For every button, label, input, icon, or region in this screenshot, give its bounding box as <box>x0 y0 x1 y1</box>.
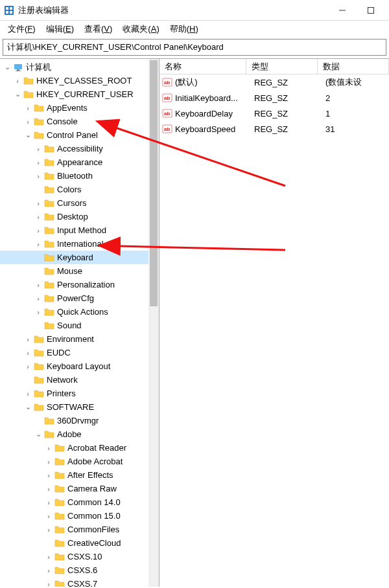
minimize-button[interactable] <box>328 0 357 20</box>
value-row[interactable]: KeyboardSpeedREG_SZ31 <box>159 121 389 137</box>
chevron-right-icon[interactable]: › <box>44 471 53 479</box>
tree-item[interactable]: ›AppEvents <box>0 101 159 115</box>
tree-item[interactable]: ›Environment <box>0 332 159 346</box>
chevron-right-icon[interactable]: › <box>34 213 43 221</box>
tree-item[interactable]: CreativeCloud <box>0 536 159 550</box>
chevron-down-icon[interactable]: ⌄ <box>13 90 22 98</box>
value-row[interactable]: KeyboardDelayREG_SZ1 <box>159 106 389 121</box>
menu-favorites[interactable]: 收藏夹(A) <box>117 22 164 36</box>
tree-item[interactable]: ›Adobe Acrobat <box>0 455 159 468</box>
values-pane[interactable]: 名称 类型 数据 (默认)REG_SZ(数值未设InitialKeyboard.… <box>159 59 389 587</box>
tree-item[interactable]: ›PowerCfg <box>0 291 159 305</box>
chevron-right-icon[interactable]: › <box>23 390 32 398</box>
column-data[interactable]: 数据 <box>318 59 389 74</box>
tree-item[interactable]: ›Acrobat Reader <box>0 441 159 455</box>
tree-pane[interactable]: ⌄计算机›HKEY_CLASSES_ROOT⌄HKEY_CURRENT_USER… <box>0 59 159 587</box>
column-type[interactable]: 类型 <box>246 59 318 74</box>
tree-item[interactable]: Sound <box>0 319 159 332</box>
chevron-right-icon[interactable]: › <box>34 295 43 302</box>
tree-item[interactable]: ›HKEY_CLASSES_ROOT <box>0 74 159 87</box>
tree-item[interactable]: 360Drvmgr <box>0 414 159 427</box>
tree-item[interactable]: ›CommonFiles <box>0 523 159 536</box>
tree-item[interactable]: ›Common 15.0 <box>0 509 159 523</box>
chevron-right-icon[interactable]: › <box>34 308 43 316</box>
tree-item[interactable]: ›Printers <box>0 387 159 400</box>
chevron-right-icon[interactable]: › <box>23 104 32 112</box>
menu-view[interactable]: 查看(V) <box>79 22 117 36</box>
chevron-right-icon[interactable]: › <box>34 145 43 153</box>
tree-item[interactable]: ›International <box>0 237 159 251</box>
chevron-right-icon[interactable]: › <box>44 512 53 520</box>
tree-item-label: Camera Raw <box>66 484 117 493</box>
tree-item[interactable]: Mouse <box>0 264 159 278</box>
tree-item[interactable]: ›CSXS.6 <box>0 563 159 577</box>
chevron-right-icon[interactable]: › <box>44 458 53 466</box>
column-name[interactable]: 名称 <box>159 59 246 74</box>
tree-item[interactable]: ›After Effects <box>0 468 159 482</box>
chevron-right-icon[interactable]: › <box>23 118 32 126</box>
tree-item[interactable]: ›Cursors <box>0 196 159 210</box>
tree-item[interactable]: ›Quick Actions <box>0 305 159 319</box>
tree-item-label: Desktop <box>56 212 88 221</box>
scrollbar-thumb[interactable] <box>150 60 158 306</box>
address-bar[interactable]: 计算机\HKEY_CURRENT_USER\Control Panel\Keyb… <box>3 39 386 56</box>
chevron-down-icon[interactable]: ⌄ <box>3 63 12 71</box>
value-row[interactable]: (默认)REG_SZ(数值未设 <box>159 74 389 90</box>
chevron-right-icon[interactable]: › <box>23 363 32 370</box>
chevron-right-icon[interactable]: › <box>44 499 53 506</box>
chevron-right-icon[interactable]: › <box>44 444 53 452</box>
tree-item[interactable]: ›CSXS.7 <box>0 577 159 587</box>
window-title: 注册表编辑器 <box>18 5 328 16</box>
tree-item[interactable]: Colors <box>0 183 159 196</box>
chevron-right-icon[interactable]: › <box>34 199 43 207</box>
tree-item-label: Sound <box>56 321 82 330</box>
columns-header[interactable]: 名称 类型 数据 <box>159 59 389 74</box>
chevron-right-icon[interactable]: › <box>34 281 43 289</box>
tree-item[interactable]: ›Input Method <box>0 223 159 237</box>
chevron-right-icon[interactable]: › <box>23 349 32 357</box>
menu-edit[interactable]: 编辑(E) <box>41 22 79 36</box>
chevron-down-icon[interactable]: ⌄ <box>34 430 43 438</box>
value-row[interactable]: InitialKeyboard...REG_SZ2 <box>159 90 389 106</box>
maximize-button[interactable] <box>357 0 385 20</box>
tree-item-label: AppEvents <box>45 103 88 113</box>
value-name: (默认) <box>175 76 249 88</box>
tree-item[interactable]: ›Console <box>0 115 159 128</box>
chevron-right-icon[interactable]: › <box>34 159 43 166</box>
tree-item[interactable]: ⌄Adobe <box>0 427 159 441</box>
chevron-right-icon[interactable]: › <box>44 580 53 587</box>
chevron-right-icon[interactable]: › <box>44 567 53 574</box>
tree-item[interactable]: ›Desktop <box>0 210 159 223</box>
tree-item[interactable]: ›Accessibility <box>0 142 159 155</box>
chevron-right-icon[interactable]: › <box>34 172 43 180</box>
tree-item[interactable]: ›Appearance <box>0 155 159 169</box>
tree-item[interactable]: ⌄Control Panel <box>0 128 159 142</box>
menu-file[interactable]: 文件(F) <box>3 22 41 36</box>
chevron-right-icon[interactable]: › <box>44 553 53 561</box>
tree-item[interactable]: ⌄计算机 <box>0 60 159 74</box>
tree-item[interactable]: ›CSXS.10 <box>0 550 159 563</box>
chevron-down-icon[interactable]: ⌄ <box>23 403 32 411</box>
string-value-icon <box>162 93 172 103</box>
tree-item[interactable]: ›Bluetooth <box>0 169 159 183</box>
chevron-right-icon[interactable]: › <box>13 77 22 85</box>
tree-item[interactable]: ›EUDC <box>0 346 159 359</box>
tree-item[interactable]: ⌄HKEY_CURRENT_USER <box>0 87 159 101</box>
chevron-right-icon[interactable]: › <box>34 240 43 248</box>
tree-item[interactable]: ›Common 14.0 <box>0 495 159 509</box>
folder-icon <box>44 239 54 249</box>
tree-item[interactable]: ⌄SOFTWARE <box>0 400 159 414</box>
tree-item[interactable]: ›Camera Raw <box>0 482 159 495</box>
chevron-down-icon[interactable]: ⌄ <box>23 131 32 139</box>
string-value-icon <box>162 108 172 119</box>
tree-item[interactable]: Keyboard <box>0 251 159 264</box>
tree-item[interactable]: ›Keyboard Layout <box>0 359 159 373</box>
tree-item[interactable]: Network <box>0 373 159 387</box>
tree-item[interactable]: ›Personalization <box>0 278 159 291</box>
chevron-right-icon[interactable]: › <box>34 227 43 234</box>
tree-scrollbar[interactable] <box>148 59 159 587</box>
menu-help[interactable]: 帮助(H) <box>165 22 204 36</box>
chevron-right-icon[interactable]: › <box>44 485 53 493</box>
chevron-right-icon[interactable]: › <box>23 335 32 343</box>
chevron-right-icon[interactable]: › <box>44 526 53 534</box>
